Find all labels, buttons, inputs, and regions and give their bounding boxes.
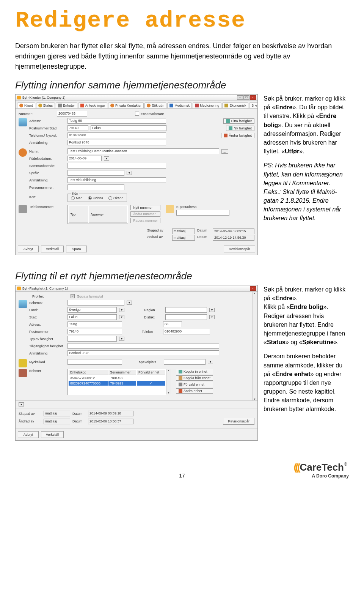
scroll-left-icon[interactable]: ◂ (19, 402, 24, 406)
kon-kvinna-radio[interactable]: Kvinna (88, 196, 104, 200)
sprak-select[interactable] (67, 170, 124, 176)
star-icon (179, 383, 182, 386)
anm-input[interactable]: Portkod 9876 (67, 140, 166, 145)
land-select[interactable]: Sverige (67, 307, 117, 313)
unlink-icon (179, 376, 182, 380)
avbryt-button[interactable]: Avbryt (18, 246, 39, 252)
epost-label: E-postadress: (176, 205, 229, 209)
ellipsis-button[interactable]: ... (221, 149, 228, 154)
andrad-user: mattiasj (172, 235, 195, 241)
page-title: Redigere adresse (15, 8, 349, 33)
adress-input[interactable]: Testg 66 (67, 118, 166, 124)
forvald-button[interactable]: Förvald enhet (176, 382, 213, 387)
key-icon (19, 359, 27, 367)
table-row: 88239372407700037848929✓ (69, 381, 165, 386)
close-icon: x (250, 286, 256, 291)
stad-select[interactable]: Falun (67, 314, 117, 320)
schema-select[interactable] (67, 300, 124, 306)
tab-bar[interactable]: Klient Status Enheter Anteckningar Priva… (16, 101, 257, 109)
dropdown-icon[interactable]: ▾ (119, 308, 124, 312)
form-scrollbar[interactable] (252, 292, 257, 400)
anm-input[interactable]: Portkod 9876 (67, 350, 219, 356)
verkstall-button[interactable]: Verkställ (41, 431, 64, 438)
post-input[interactable]: 79140 (67, 329, 122, 334)
phone-list[interactable]: TypNummer (67, 205, 128, 224)
stad-input[interactable]: Falun (91, 125, 166, 131)
nyckel-input[interactable] (67, 359, 122, 365)
till-label: Tillgänglighet fastighet (29, 344, 65, 348)
distrikt-select[interactable] (165, 314, 207, 320)
anmark2-label: Anmärkning: (29, 178, 65, 182)
list-scrollbar[interactable] (166, 369, 171, 394)
nytt-nummer-button[interactable]: Nytt nummer (130, 205, 160, 210)
namn-input[interactable]: Test Utbildning Demo Mattias Jansson (67, 148, 219, 154)
fodelse-input[interactable]: 2014-05-09 (67, 156, 102, 161)
tel-input[interactable]: 010482900 (67, 132, 166, 138)
koppla-fran-button[interactable]: Koppla från enhet (176, 375, 213, 381)
dropdown-icon[interactable]: ▾ (208, 360, 213, 364)
dropdown-icon[interactable]: ▾ (127, 171, 132, 175)
revision-button[interactable]: Revisionsspår (223, 418, 254, 425)
note-icon (80, 104, 84, 107)
tab-sokrutin: Sökrutin (144, 102, 166, 108)
tel-label: Telefonnr./ Nyckel: (29, 134, 65, 137)
ny-fastighet-button[interactable]: Ny fastighet (226, 126, 254, 131)
dropdown-icon[interactable]: ▾ (119, 337, 124, 341)
kon-label: Kön: (29, 195, 65, 199)
search-icon (147, 104, 151, 107)
revision-button[interactable]: Revisionsspår (224, 246, 255, 252)
typ-select[interactable] (67, 336, 117, 342)
andra-enhet-button[interactable]: Ändra enhet (176, 388, 213, 394)
adress-nr-input[interactable]: 66 (163, 321, 182, 327)
window-title: Byt -Klienter (1: Company 1) (22, 96, 66, 99)
distrikt-label: Distrikt (144, 315, 163, 319)
dropdown-icon[interactable]: ▾ (119, 315, 124, 319)
samman-input[interactable] (67, 163, 166, 169)
pill-icon (195, 104, 199, 107)
sprak-label: Språk: (29, 171, 65, 175)
tab-privata: Privata Kontakter (108, 102, 144, 108)
kon-man-radio[interactable]: Man (71, 196, 83, 200)
avbryt-button[interactable]: Avbryt (18, 431, 39, 438)
postnr-input[interactable]: 79140 (67, 125, 88, 131)
link-icon (179, 370, 182, 373)
dropdown-icon[interactable]: ▾ (127, 301, 132, 305)
andrad-user: mattiasj (44, 419, 70, 424)
person-input[interactable] (67, 184, 124, 190)
dropdown-icon[interactable]: ▾ (209, 315, 215, 319)
enheter-label: Enheter (29, 369, 65, 373)
nummer-input[interactable]: 200070483 (57, 111, 87, 117)
nyckelplats-select[interactable] (164, 359, 206, 365)
skapad-user: mattiasj (44, 411, 70, 416)
adress-input[interactable]: Testg (67, 321, 122, 327)
kon-okant-radio[interactable]: Okänd (108, 196, 124, 200)
screenshot-fastighet: Byt -Fastighet (1: Company 1) x Profiler… (15, 285, 258, 441)
region-select[interactable] (165, 307, 207, 313)
anmark2-input[interactable]: Test vid utbildning (67, 177, 166, 183)
spara-button[interactable]: Spara (66, 246, 87, 252)
enheter-list[interactable]: EnhetskodSerienummerFörvald enhet 358457… (67, 369, 166, 395)
andrad-label: Ändrad av (147, 235, 170, 241)
anm-label: Anmärkning (29, 351, 65, 355)
contact-icon (110, 104, 114, 107)
koppla-in-button[interactable]: Koppla in enhet (176, 369, 213, 374)
telefon-input[interactable]: 010482900 (163, 329, 210, 334)
skapad-datum: 2014-09-09 08:59:18 (88, 411, 133, 416)
andra-fastighet-button[interactable]: Ändra fastighet (221, 133, 254, 138)
ensam-checkbox[interactable]: Ensamarbetare (135, 112, 164, 116)
hitta-fastighet-button[interactable]: Hitta fastighet (223, 118, 254, 124)
stad-label: Stad: (29, 315, 65, 319)
window-controls[interactable]: x (249, 286, 256, 291)
verkstall-button[interactable]: Verkställ (41, 246, 64, 252)
till-input[interactable] (67, 343, 219, 349)
edit-icon (179, 389, 182, 393)
edit-house-icon (224, 134, 228, 137)
nyckel-label: Nyckelkod (29, 360, 65, 364)
dropdown-icon[interactable]: ▾ (104, 156, 109, 161)
andrad-datum: 2015-02-06 10:50:37 (88, 419, 133, 424)
epost-input[interactable] (176, 210, 229, 216)
section1-heading: Flytting innenfor samme hjemmetjenesteom… (15, 79, 349, 91)
skapad-label: Skapad av (147, 228, 170, 234)
window-controls[interactable]: –□x (237, 95, 256, 100)
dropdown-icon[interactable]: ▾ (209, 308, 215, 312)
